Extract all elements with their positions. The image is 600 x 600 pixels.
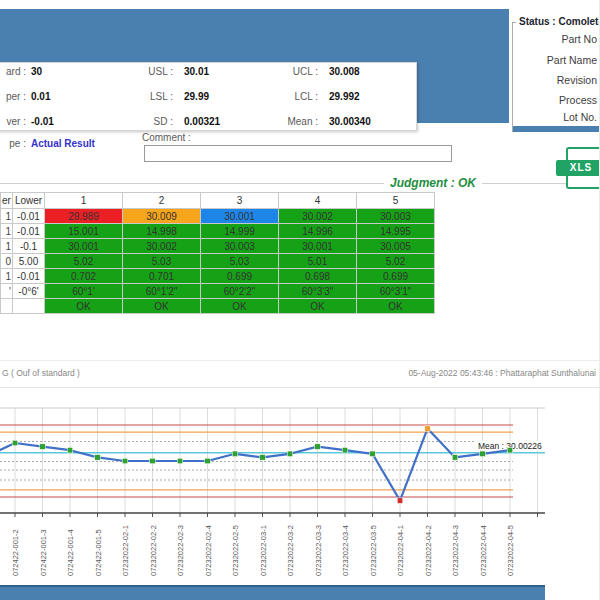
bottom-bar bbox=[0, 585, 545, 600]
measurement-cell[interactable]: 0.698 bbox=[279, 269, 357, 284]
lower-limit-cell: -0°6' bbox=[13, 284, 45, 299]
param-value-usl: 30.01 bbox=[184, 66, 209, 77]
measurement-cell[interactable]: 29.989 bbox=[45, 209, 123, 224]
measurement-cell[interactable]: 30.001 bbox=[201, 209, 279, 224]
measurement-cell[interactable]: 14.995 bbox=[357, 224, 435, 239]
footer-divider-top bbox=[0, 360, 600, 361]
lower-limit-cell: -0.01 bbox=[13, 224, 45, 239]
table-header-cell: 4 bbox=[279, 193, 357, 209]
measurement-cell[interactable]: 15.001 bbox=[45, 224, 123, 239]
measurement-cell[interactable]: 0.702 bbox=[45, 269, 123, 284]
param-label-mean: Mean : bbox=[268, 116, 318, 127]
param-label-type: pe : bbox=[0, 138, 26, 149]
measurement-cell[interactable]: OK bbox=[123, 299, 201, 314]
comment-input[interactable] bbox=[144, 145, 452, 162]
status-field-part-name: Part Name bbox=[500, 54, 597, 66]
measurement-cell[interactable]: 60°1'2" bbox=[123, 284, 201, 299]
measurement-cell[interactable]: 30.001 bbox=[279, 239, 357, 254]
param-value-ucl: 30.008 bbox=[329, 66, 360, 77]
measurement-cell[interactable]: 14.998 bbox=[123, 224, 201, 239]
table-header-cell: 3 bbox=[201, 193, 279, 209]
table-row: 1-0.0129.98930.00930.00130.00230.003 bbox=[1, 209, 435, 224]
upper-cell-clipped bbox=[1, 299, 13, 314]
footer-note: G ( Ouf of standard ) bbox=[2, 368, 80, 378]
table-header-cell: 5 bbox=[357, 193, 435, 209]
param-value-lower: -0.01 bbox=[31, 116, 54, 127]
upper-cell-clipped: 1 bbox=[1, 239, 13, 254]
app-window: Status : Comolete Part No Part Name Revi… bbox=[0, 0, 600, 600]
measurement-cell[interactable]: OK bbox=[45, 299, 123, 314]
measurement-cell[interactable]: 30.005 bbox=[357, 239, 435, 254]
param-value-lsl: 29.99 bbox=[184, 91, 209, 102]
measurement-cell[interactable]: 5.02 bbox=[357, 254, 435, 269]
measurement-cell[interactable]: 5.03 bbox=[123, 254, 201, 269]
measurement-cell[interactable]: 5.01 bbox=[279, 254, 357, 269]
table-row: OKOKOKOKOK bbox=[1, 299, 435, 314]
judgment-divider bbox=[0, 183, 600, 184]
measurement-cell[interactable]: 14.996 bbox=[279, 224, 357, 239]
status-underline bbox=[513, 126, 600, 132]
table-header-cell: er bbox=[1, 193, 13, 209]
measurement-cell[interactable]: 30.002 bbox=[279, 209, 357, 224]
param-label-sd: SD : bbox=[118, 116, 173, 127]
header-bar-extension bbox=[415, 62, 509, 123]
measurement-cell[interactable]: 5.03 bbox=[201, 254, 279, 269]
measurement-cell[interactable]: 14.999 bbox=[201, 224, 279, 239]
param-label-standard: ard : bbox=[0, 66, 26, 77]
measurement-cell[interactable]: 0.699 bbox=[201, 269, 279, 284]
lower-limit-cell: -0.1 bbox=[13, 239, 45, 254]
upper-cell-clipped: ' bbox=[1, 284, 13, 299]
param-value-type: Actual Result bbox=[31, 138, 95, 149]
footer-divider-bottom bbox=[0, 387, 600, 388]
measurement-cell[interactable]: 30.003 bbox=[357, 209, 435, 224]
param-value-standard: 30 bbox=[31, 66, 42, 77]
status-legend: Status : Comolete bbox=[516, 16, 600, 27]
measurement-cell[interactable]: OK bbox=[279, 299, 357, 314]
comment-label: Comment : bbox=[142, 132, 191, 143]
param-value-sd: 0.00321 bbox=[184, 116, 220, 127]
upper-cell-clipped: 1 bbox=[1, 224, 13, 239]
measurement-cell[interactable]: 5.02 bbox=[45, 254, 123, 269]
table-row: 05.005.025.035.035.015.02 bbox=[1, 254, 435, 269]
param-value-lcl: 29.992 bbox=[329, 91, 360, 102]
lower-limit-cell: -0.01 bbox=[13, 209, 45, 224]
measurement-cell[interactable]: 30.002 bbox=[123, 239, 201, 254]
lower-limit-cell: -0.01 bbox=[13, 269, 45, 284]
footer-timestamp: 05-Aug-2022 05:43:46 : Phattaraphat Sunt… bbox=[408, 368, 596, 378]
status-field-revision: Revision bbox=[500, 74, 597, 86]
table-header-cell: Lower bbox=[13, 193, 45, 209]
measurement-cell[interactable]: 30.001 bbox=[45, 239, 123, 254]
xls-icon: XLS bbox=[556, 160, 600, 176]
header-bar bbox=[0, 9, 509, 62]
table-row: 1-0.010.7020.7010.6990.6980.699 bbox=[1, 269, 435, 284]
measurement-cell[interactable]: 30.003 bbox=[201, 239, 279, 254]
param-label-lcl: LCL : bbox=[268, 91, 318, 102]
param-label-ucl: UCL : bbox=[268, 66, 318, 77]
status-field-part-no: Part No bbox=[500, 33, 597, 45]
status-field-lot-no: Lot No. bbox=[500, 111, 597, 123]
lower-limit-cell bbox=[13, 299, 45, 314]
param-label-usl: USL : bbox=[118, 66, 173, 77]
measurement-cell[interactable]: 30.009 bbox=[123, 209, 201, 224]
measurement-cell[interactable]: 60°2'2" bbox=[201, 284, 279, 299]
param-value-mean: 30.00340 bbox=[329, 116, 371, 127]
table-row: '-0°6'60°1'60°1'2"60°2'2"60°3'3"60°3'1" bbox=[1, 284, 435, 299]
measurement-cell[interactable]: 60°3'3" bbox=[279, 284, 357, 299]
param-label-upper: per : bbox=[0, 91, 26, 102]
control-chart bbox=[0, 390, 600, 586]
lower-limit-cell: 5.00 bbox=[13, 254, 45, 269]
measurement-cell[interactable]: 0.701 bbox=[123, 269, 201, 284]
table-row: 1-0.0115.00114.99814.99914.99614.995 bbox=[1, 224, 435, 239]
measurement-cell[interactable]: 60°1' bbox=[45, 284, 123, 299]
param-value-upper: 0.01 bbox=[31, 91, 50, 102]
upper-cell-clipped: 1 bbox=[1, 209, 13, 224]
measurement-cell[interactable]: 60°3'1" bbox=[357, 284, 435, 299]
param-label-lower: ver : bbox=[0, 116, 26, 127]
table-row: 1-0.130.00130.00230.00330.00130.005 bbox=[1, 239, 435, 254]
measurement-cell[interactable]: 0.699 bbox=[357, 269, 435, 284]
measurement-cell[interactable]: OK bbox=[357, 299, 435, 314]
upper-cell-clipped: 0 bbox=[1, 254, 13, 269]
upper-cell-clipped: 1 bbox=[1, 269, 13, 284]
measurement-cell[interactable]: OK bbox=[201, 299, 279, 314]
status-field-process: Process bbox=[500, 94, 597, 106]
